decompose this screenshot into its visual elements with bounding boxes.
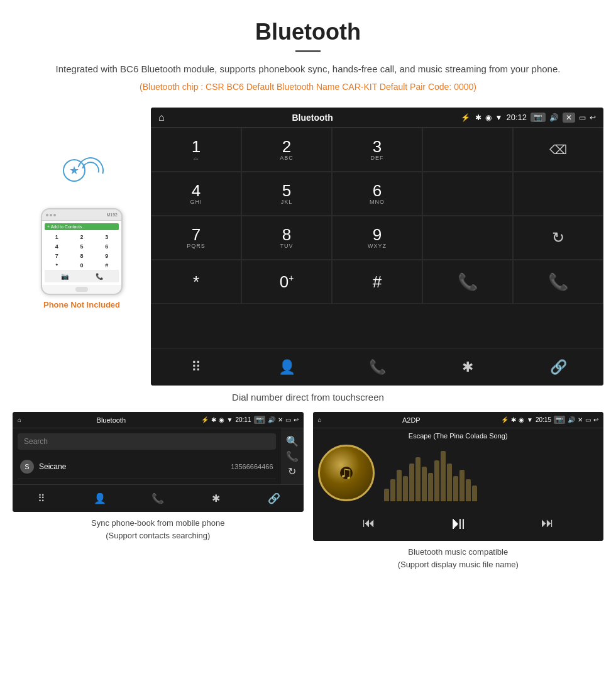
ms-time: 20:15 <box>536 416 551 423</box>
pb-sig-icon: ▼ <box>227 416 233 423</box>
volume-icon[interactable]: 🔊 <box>549 113 559 122</box>
pb-home-icon[interactable]: ⌂ <box>18 416 21 423</box>
phonebook-bottom-nav: ⠿ 👤 📞 ✱ 🔗 <box>13 484 304 512</box>
dial-num-0: 0+ <box>280 274 294 290</box>
music-controls: ⏮ ⏯ ⏭ <box>313 505 604 541</box>
main-caption: Dial number direct from touchscreen <box>0 386 616 412</box>
phone-home-button <box>75 287 88 292</box>
phone-key-4: 4 <box>45 242 69 251</box>
phone-key-7: 7 <box>45 252 69 260</box>
music-content: Escape (The Pina Colada Song) ♫ <box>313 428 604 505</box>
ms-cam-icon[interactable]: 📷 <box>554 416 565 424</box>
music-screen: ⌂ A2DP ⚡ ✱ ◉ ▼ 20:15 📷 🔊 ✕ ▭ ↩ Escape (T… <box>313 412 604 541</box>
nav-link-btn[interactable]: 🔗 <box>513 348 603 386</box>
dial-key-9[interactable]: 9 WXYZ <box>332 216 422 260</box>
phone-key-hash: # <box>94 261 119 270</box>
pb-back-icon[interactable]: ↩ <box>294 416 299 423</box>
dial-letters-4: GHI <box>190 199 202 205</box>
viz-bar <box>434 460 439 501</box>
music-note-icon: ♫ <box>339 463 353 483</box>
phone-key-6: 6 <box>94 242 119 251</box>
music-status-bar: ⌂ A2DP ⚡ ✱ ◉ ▼ 20:15 📷 🔊 ✕ ▭ ↩ <box>313 412 604 428</box>
window-icon[interactable]: ▭ <box>579 113 586 122</box>
phone-key-8: 8 <box>70 252 94 260</box>
album-art: ♫ <box>318 445 375 501</box>
phonebook-status-bar: ⌂ Bluetooth ⚡ ✱ ◉ ▼ 20:11 📷 🔊 ✕ ▭ ↩ <box>13 412 304 428</box>
ms-title: A2DP <box>324 416 499 424</box>
pb-win-icon[interactable]: ▭ <box>285 416 291 423</box>
home-icon[interactable]: ⌂ <box>158 112 165 123</box>
nav-recents-btn[interactable]: 📞 <box>332 348 422 386</box>
dial-key-8[interactable]: 8 TUV <box>241 216 332 260</box>
phone-not-included-label: Phone Not Included <box>43 300 120 309</box>
call-button[interactable]: 📞 <box>422 260 513 304</box>
dial-letters-9: WXYZ <box>368 243 387 249</box>
pb-nav-recents[interactable]: 📞 <box>129 485 187 512</box>
dial-key-4[interactable]: 4 GHI <box>151 172 241 216</box>
dial-refresh-btn[interactable]: ↻ <box>513 216 603 260</box>
pb-vol-icon[interactable]: 🔊 <box>268 416 275 423</box>
ms-home-icon[interactable]: ⌂ <box>318 416 322 423</box>
dial-letters-2: ABC <box>280 155 294 161</box>
call-side-icon[interactable]: 📞 <box>286 450 299 462</box>
recents-icon: 📞 <box>369 359 386 375</box>
pb-nav-contacts[interactable]: 👤 <box>71 485 129 512</box>
ms-sig-icon: ▼ <box>527 416 533 423</box>
search-side-icon[interactable]: 🔍 <box>286 435 299 447</box>
dial-key-1[interactable]: 1 ⌓ <box>151 128 241 172</box>
nav-dialpad-btn[interactable]: ⠿ <box>151 348 241 386</box>
search-bar[interactable]: Search <box>18 433 276 450</box>
ms-vol-icon[interactable]: 🔊 <box>568 416 575 423</box>
phone-dialpad: 1 2 3 4 5 6 7 8 9 * 0 # <box>45 233 119 270</box>
bottom-screenshots: ⌂ Bluetooth ⚡ ✱ ◉ ▼ 20:11 📷 🔊 ✕ ▭ ↩ Sear… <box>0 412 616 586</box>
title-divider <box>295 50 321 52</box>
phone-dots <box>46 214 56 216</box>
nav-bluetooth-btn[interactable]: ✱ <box>422 348 513 386</box>
car-status-bar: ⌂ Bluetooth ⚡ ✱ ◉ ▼ 20:12 📷 🔊 ✕ ▭ ↩ <box>151 108 603 128</box>
dial-cell-empty-3 <box>513 172 603 216</box>
dial-key-0[interactable]: 0+ <box>241 260 332 304</box>
pb-nav-link[interactable]: 🔗 <box>245 485 304 512</box>
usb-icon: ⚡ <box>461 113 470 122</box>
camera-btn[interactable]: 📷 <box>531 113 546 122</box>
nav-contacts-btn[interactable]: 👤 <box>241 348 332 386</box>
dialpad-container: 1 ⌓ 2 ABC 3 DEF ⌫ 4 GHI 5 JKL <box>151 128 603 348</box>
phonebook-main: Search S Seicane 13566664466 <box>13 428 281 484</box>
ms-back-icon[interactable]: ↩ <box>593 416 598 423</box>
dial-key-6[interactable]: 6 MNO <box>332 172 422 216</box>
pb-x-icon[interactable]: ✕ <box>278 416 283 423</box>
dial-letters-7: PQRS <box>187 243 206 249</box>
dial-backspace-btn[interactable]: ⌫ <box>513 128 603 172</box>
dot-1 <box>46 214 48 216</box>
ms-x-icon[interactable]: ✕ <box>578 416 583 423</box>
phonebook-inner: Search S Seicane 13566664466 <box>13 428 281 484</box>
contact-row[interactable]: S Seicane 13566664466 <box>18 455 276 479</box>
phonebook-caption: Sync phone-book from mobile phone(Suppor… <box>13 512 304 544</box>
search-placeholder: Search <box>24 437 48 446</box>
pb-cam-icon[interactable]: 📷 <box>254 416 265 424</box>
dial-key-3[interactable]: 3 DEF <box>332 128 422 172</box>
next-track-btn[interactable]: ⏭ <box>541 516 554 530</box>
dialpad-icon: ⠿ <box>191 359 201 375</box>
dial-key-2[interactable]: 2 ABC <box>241 128 332 172</box>
dial-key-5[interactable]: 5 JKL <box>241 172 332 216</box>
ms-win-icon[interactable]: ▭ <box>585 416 591 423</box>
phone-key-star: * <box>45 261 69 270</box>
page-title: Bluetooth <box>50 19 566 45</box>
ms-bt-icon: ✱ <box>511 416 516 423</box>
dial-key-7[interactable]: 7 PQRS <box>151 216 241 260</box>
back-icon[interactable]: ↩ <box>590 113 596 122</box>
refresh-side-icon[interactable]: ↻ <box>288 465 296 477</box>
contact-initial: S <box>20 460 34 474</box>
pb-nav-dialpad[interactable]: ⠿ <box>13 485 71 512</box>
close-icon[interactable]: ✕ <box>563 113 575 123</box>
dial-key-star[interactable]: * <box>151 260 241 304</box>
prev-track-btn[interactable]: ⏮ <box>363 516 375 530</box>
end-call-button[interactable]: 📞 <box>513 260 603 304</box>
pb-nav-bluetooth[interactable]: ✱ <box>187 485 246 512</box>
play-pause-btn[interactable]: ⏯ <box>449 513 467 533</box>
dial-key-hash[interactable]: # <box>332 260 422 304</box>
signal-icon: ▼ <box>495 113 503 122</box>
green-phone-icon: 📞 <box>458 272 478 292</box>
ms-loc-icon: ◉ <box>519 416 524 423</box>
